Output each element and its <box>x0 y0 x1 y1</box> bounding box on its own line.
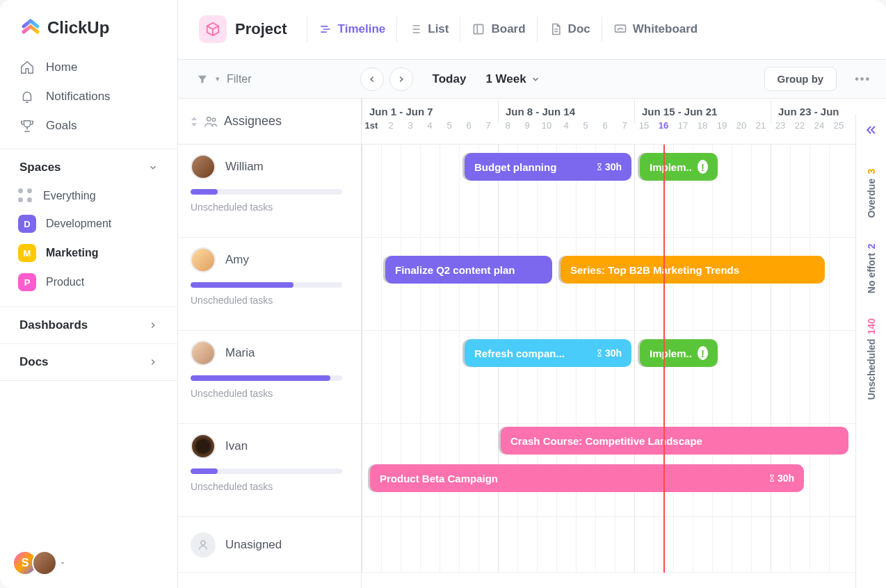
project-box-icon <box>199 15 227 43</box>
today-button[interactable]: Today <box>433 72 467 86</box>
unscheduled-link[interactable]: Unscheduled tasks <box>191 388 348 399</box>
filter-button[interactable]: ▾ Filter <box>193 69 255 90</box>
topbar: Project Timeline List Board Doc Whiteboa… <box>178 0 886 59</box>
task-bar[interactable]: Series: Top B2B Marketing Trends <box>561 256 825 284</box>
main-nav: Home Notifications Goals <box>0 50 177 149</box>
tab-board[interactable]: Board <box>460 17 536 42</box>
rail-collapse-button[interactable] <box>864 123 878 140</box>
prev-button[interactable] <box>360 67 384 91</box>
space-everything[interactable]: Everything <box>10 183 168 209</box>
rail-label: Overdue <box>866 179 877 218</box>
view-tabs: Timeline List Board Doc Whiteboard <box>307 17 709 42</box>
task-label: Crash Course: Competitive Landscape <box>510 435 702 447</box>
progress-bar <box>191 375 342 381</box>
task-bar[interactable]: Crash Course: Competitive Landscape <box>501 427 848 455</box>
chevron-right-icon <box>396 74 406 84</box>
task-bar[interactable]: Implem..! <box>640 339 718 367</box>
space-badge: P <box>18 273 36 291</box>
rail-label: Unscheduled <box>866 338 877 400</box>
tab-doc[interactable]: Doc <box>537 17 602 42</box>
unassigned-row[interactable]: Unasigned <box>178 517 361 573</box>
docs-label: Docs <box>19 355 49 369</box>
space-item-product[interactable]: PProduct <box>10 268 168 297</box>
assignee-column-header[interactable]: Assignees <box>178 99 361 145</box>
nav-notifications[interactable]: Notifications <box>10 82 168 111</box>
day-label: 8 <box>498 120 517 141</box>
nav-notifications-label: Notifications <box>46 90 111 104</box>
unscheduled-link[interactable]: Unscheduled tasks <box>191 295 348 306</box>
chevron-right-icon <box>148 357 158 367</box>
assignee-header[interactable]: Maria <box>191 341 348 366</box>
range-selector[interactable]: 1 Week <box>485 72 540 86</box>
task-label: Finalize Q2 content plan <box>395 264 515 276</box>
task-label: Implem.. <box>650 348 692 359</box>
assignee-row: IvanUnscheduled tasks <box>178 424 361 517</box>
alert-icon: ! <box>698 346 708 360</box>
rail-item-no-effort[interactable]: No effort 2 <box>866 231 877 306</box>
task-bar[interactable]: Budget planning30h <box>465 153 631 181</box>
assignee-name: William <box>225 160 264 174</box>
space-item-marketing[interactable]: MMarketing <box>10 238 168 268</box>
task-bar[interactable]: Refresh compan...30h <box>465 339 631 367</box>
day-label: 4 <box>420 120 440 141</box>
assignee-row: AmyUnscheduled tasks <box>178 238 361 331</box>
next-button[interactable] <box>389 67 413 91</box>
doc-icon <box>549 22 563 36</box>
task-bar[interactable]: Finalize Q2 content plan <box>385 256 552 284</box>
logo[interactable]: ClickUp <box>0 0 177 50</box>
day-label: 5 <box>440 120 459 141</box>
rail-count: 140 <box>866 318 877 334</box>
board-icon <box>472 22 485 36</box>
space-list: Everything DDevelopmentMMarketingPProduc… <box>0 183 177 307</box>
gantt-row: Crash Course: Competitive LandscapeProdu… <box>362 424 886 517</box>
spaces-header[interactable]: Spaces <box>0 149 177 183</box>
timeline: Assignees WilliamUnscheduled tasksAmyUns… <box>178 99 886 588</box>
nav-home[interactable]: Home <box>10 53 168 82</box>
right-rail: Overdue 3No effort 2Unscheduled 140 <box>855 115 886 588</box>
assignee-header[interactable]: William <box>191 154 348 179</box>
project-chip[interactable]: Project <box>193 11 293 47</box>
svg-point-4 <box>201 541 205 545</box>
unscheduled-link[interactable]: Unscheduled tasks <box>191 202 348 213</box>
tab-whiteboard[interactable]: Whiteboard <box>602 17 709 42</box>
assignee-header[interactable]: Ivan <box>191 434 348 459</box>
avatar <box>191 341 216 366</box>
task-bar[interactable]: Product Beta Campaign30h <box>370 464 804 492</box>
more-button[interactable]: ••• <box>855 73 871 85</box>
assignee-name: Maria <box>225 346 255 360</box>
spaces-header-label: Spaces <box>19 161 61 174</box>
assignee-row: MariaUnscheduled tasks <box>178 331 361 424</box>
groupby-button[interactable]: Group by <box>764 67 837 91</box>
chevron-down-icon <box>148 163 158 172</box>
gantt-chart[interactable]: Jun 1 - Jun 7Jun 8 - Jun 14Jun 15 - Jun … <box>362 99 886 588</box>
rail-item-overdue[interactable]: Overdue 3 <box>866 156 877 231</box>
caret-down-icon[interactable] <box>58 559 67 567</box>
progress-bar <box>191 189 342 195</box>
nav-home-label: Home <box>46 60 77 74</box>
today-line <box>663 145 665 573</box>
tab-timeline[interactable]: Timeline <box>307 17 397 42</box>
tab-list[interactable]: List <box>396 17 460 42</box>
nav-goals[interactable]: Goals <box>10 111 168 140</box>
dashboards-section[interactable]: Dashboards <box>0 307 177 344</box>
day-label: 1st <box>362 120 381 141</box>
day-label: 7 <box>615 120 634 141</box>
task-label: Product Beta Campaign <box>380 473 498 484</box>
task-bar[interactable]: Implem..! <box>640 153 718 181</box>
home-icon <box>19 60 35 75</box>
unscheduled-link[interactable]: Unscheduled tasks <box>191 481 348 492</box>
hourglass-icon <box>595 163 604 171</box>
rail-item-unscheduled[interactable]: Unscheduled 140 <box>866 306 877 412</box>
assignee-header[interactable]: Amy <box>191 247 348 272</box>
sidebar-footer: S <box>0 538 177 588</box>
space-item-development[interactable]: DDevelopment <box>10 209 168 238</box>
alert-icon: ! <box>698 160 708 174</box>
docs-section[interactable]: Docs <box>0 344 177 381</box>
gantt-row: Budget planning30hImplem..! <box>362 145 886 238</box>
day-label: 7 <box>478 120 498 141</box>
task-label: Refresh compan... <box>474 348 565 359</box>
assignee-header-label: Assignees <box>224 114 282 129</box>
user-avatars[interactable]: S <box>13 550 57 575</box>
trophy-icon <box>19 118 35 133</box>
whiteboard-icon <box>613 22 627 36</box>
